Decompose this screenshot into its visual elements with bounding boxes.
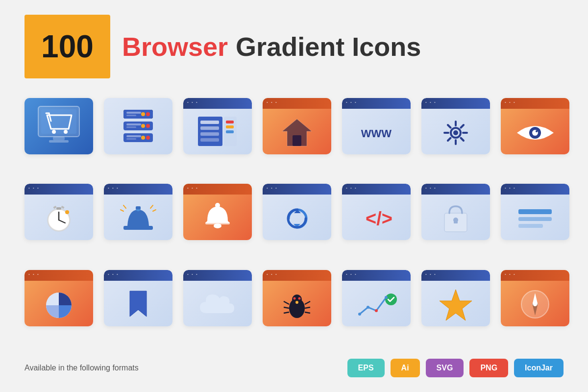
svg-rect-52 <box>53 206 56 209</box>
icon-compass <box>501 270 569 326</box>
header: 100 Browser Gradient Icons <box>24 15 564 78</box>
svg-point-62 <box>215 203 220 208</box>
icon-shopping-monitor <box>24 98 93 154</box>
svg-rect-14 <box>126 126 136 128</box>
icon-bookmark <box>104 270 172 326</box>
svg-rect-25 <box>200 132 219 136</box>
svg-rect-2 <box>53 137 65 140</box>
number-text: 100 <box>41 28 94 65</box>
svg-rect-18 <box>126 135 141 137</box>
icon-eye <box>501 98 569 154</box>
svg-point-89 <box>385 296 388 299</box>
svg-rect-26 <box>200 138 219 142</box>
svg-point-11 <box>141 112 145 116</box>
svg-line-40 <box>448 125 451 128</box>
svg-point-75 <box>294 297 296 299</box>
icon-bug: ! <box>263 270 331 326</box>
svg-point-88 <box>375 309 378 312</box>
svg-rect-19 <box>126 138 136 140</box>
svg-point-21 <box>141 136 145 140</box>
svg-line-60 <box>150 205 153 208</box>
svg-rect-23 <box>200 121 219 124</box>
svg-point-35 <box>453 130 458 135</box>
svg-line-42 <box>461 125 464 128</box>
svg-rect-8 <box>126 112 141 114</box>
svg-rect-28 <box>226 121 234 123</box>
svg-line-58 <box>123 205 126 208</box>
badge-svg: SVG <box>426 359 464 377</box>
svg-rect-53 <box>61 206 64 209</box>
svg-text:</>: </> <box>366 208 392 229</box>
svg-rect-29 <box>226 125 234 128</box>
svg-rect-64 <box>205 222 230 224</box>
icon-refresh <box>263 184 331 240</box>
svg-point-16 <box>141 124 145 128</box>
title-browser: Browser <box>122 31 228 62</box>
svg-line-81 <box>305 307 310 308</box>
svg-point-15 <box>146 124 150 128</box>
icon-shopping-bag <box>421 184 490 240</box>
svg-rect-13 <box>126 123 141 125</box>
svg-rect-30 <box>226 130 234 133</box>
icons-grid: WWW <box>24 98 564 345</box>
svg-point-86 <box>358 313 361 316</box>
icon-notification <box>183 184 252 240</box>
svg-point-95 <box>533 302 537 306</box>
svg-rect-9 <box>126 115 136 116</box>
available-formats-text: Available in the following formats <box>24 364 139 372</box>
icon-file-server <box>183 98 252 154</box>
number-badge: 100 <box>24 15 110 78</box>
badge-png: PNG <box>469 359 508 377</box>
svg-line-77 <box>284 301 289 304</box>
icon-home <box>263 98 331 154</box>
svg-point-76 <box>298 297 301 299</box>
footer: Available in the following formats EPS A… <box>24 359 564 377</box>
svg-line-59 <box>121 210 123 211</box>
icon-analytics <box>342 270 411 326</box>
svg-point-54 <box>65 210 69 214</box>
icon-alarm-service <box>104 184 172 240</box>
svg-rect-71 <box>518 224 543 228</box>
svg-point-10 <box>146 112 150 116</box>
icon-timer <box>24 184 93 240</box>
icon-pie-chart <box>24 270 93 326</box>
icon-code: </> <box>342 184 411 240</box>
svg-point-5 <box>64 130 68 134</box>
svg-rect-57 <box>136 206 141 209</box>
svg-text:WWW: WWW <box>361 127 392 140</box>
svg-line-79 <box>284 312 289 313</box>
icon-star <box>421 270 490 326</box>
svg-rect-70 <box>518 217 552 221</box>
svg-rect-24 <box>200 126 219 130</box>
svg-point-85 <box>385 294 397 305</box>
svg-rect-68 <box>454 220 458 223</box>
svg-rect-32 <box>293 135 301 146</box>
svg-rect-3 <box>49 140 69 143</box>
icon-text-list <box>501 184 569 240</box>
main-container: 100 Browser Gradient Icons <box>0 0 588 392</box>
badge-iconjar: IconJar <box>514 359 564 377</box>
icon-settings <box>421 98 490 154</box>
title-rest: Gradient Icons <box>236 31 421 62</box>
svg-line-78 <box>284 307 289 308</box>
icon-server <box>104 98 172 154</box>
icon-cloud <box>183 270 252 326</box>
svg-point-87 <box>367 306 369 309</box>
svg-rect-69 <box>518 209 552 214</box>
badge-eps: EPS <box>347 359 385 377</box>
svg-point-46 <box>536 130 538 132</box>
svg-line-41 <box>461 138 464 141</box>
svg-line-61 <box>153 210 156 211</box>
format-badges-container: EPS Ai SVG PNG IconJar <box>347 359 564 377</box>
title: Browser Gradient Icons <box>122 31 421 62</box>
icon-www: WWW <box>342 98 411 154</box>
svg-rect-51 <box>56 207 61 210</box>
svg-line-43 <box>448 138 451 141</box>
svg-line-80 <box>305 301 310 304</box>
svg-rect-55 <box>123 226 153 230</box>
svg-line-82 <box>305 312 310 313</box>
svg-point-20 <box>146 136 150 140</box>
badge-ai: Ai <box>391 359 420 377</box>
svg-point-4 <box>52 130 56 134</box>
